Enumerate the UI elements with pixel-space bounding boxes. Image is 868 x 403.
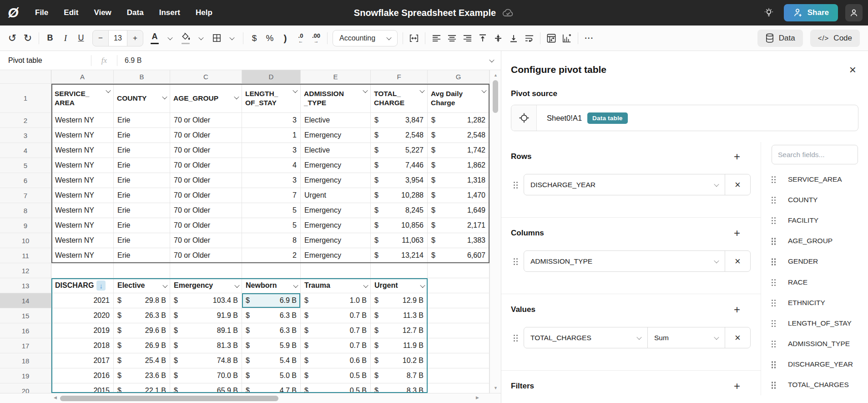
remove-values-field-button[interactable]: × xyxy=(725,327,750,348)
cell[interactable]: 2021 xyxy=(51,293,114,308)
horizontal-scrollbar[interactable]: ◀ ▶ xyxy=(0,393,501,403)
cell[interactable]: $0.7 B xyxy=(301,308,371,323)
font-size-decrease-button[interactable]: − xyxy=(93,31,108,46)
cell[interactable] xyxy=(301,263,371,278)
columns-field-select[interactable]: ADMISSION_TYPE xyxy=(524,251,725,271)
cell[interactable] xyxy=(242,263,301,278)
cell[interactable]: $89.1 B xyxy=(170,323,242,338)
vertical-align-top-button[interactable] xyxy=(475,30,490,46)
text-wrap-button[interactable] xyxy=(521,30,537,46)
close-panel-icon[interactable]: × xyxy=(849,64,856,76)
increase-decimal-button[interactable]: .00→ xyxy=(308,30,324,46)
row-header[interactable]: 19 xyxy=(0,368,51,383)
field-item-total-charges[interactable]: TOTAL_CHARGES xyxy=(772,375,858,395)
cell[interactable] xyxy=(428,338,490,353)
filter-chevron-icon[interactable] xyxy=(363,283,368,288)
field-item-facility[interactable]: FACILITY xyxy=(772,210,858,230)
cell[interactable] xyxy=(114,263,170,278)
cell[interactable]: 4 xyxy=(242,158,301,173)
filter-chevron-icon[interactable] xyxy=(106,88,111,93)
cell[interactable]: $6.3 B xyxy=(242,308,301,323)
select-range-button[interactable] xyxy=(511,105,537,131)
cell[interactable]: $103.4 B xyxy=(170,293,242,308)
cell[interactable]: Emergency xyxy=(301,158,371,173)
drag-handle-icon[interactable] xyxy=(772,176,776,183)
cell[interactable]: 1 xyxy=(242,128,301,143)
row-header[interactable]: 7 xyxy=(0,188,51,203)
cell[interactable]: $25.4 B xyxy=(114,353,170,368)
cell[interactable]: $11,063 xyxy=(371,233,428,248)
filter-chevron-icon[interactable] xyxy=(162,94,167,99)
tips-lightbulb-button[interactable] xyxy=(761,5,777,20)
cell[interactable]: Urgent xyxy=(301,188,371,203)
formula-bar-expand-chevron[interactable] xyxy=(489,57,494,62)
field-item-age-group[interactable]: AGE_GROUP xyxy=(772,231,858,251)
cell[interactable]: $12.7 B xyxy=(371,323,428,338)
cell[interactable] xyxy=(428,308,490,323)
field-item-race[interactable]: RACE xyxy=(772,272,858,292)
drag-handle-icon[interactable] xyxy=(772,320,776,327)
cell[interactable]: 70 or Older xyxy=(170,173,242,188)
row-header[interactable]: 10 xyxy=(0,233,51,248)
row-header[interactable]: 8 xyxy=(0,203,51,218)
cell[interactable]: $10,288 xyxy=(371,188,428,203)
cell-e1[interactable]: ADMISSION_TYPE xyxy=(301,84,371,113)
cell[interactable]: 7 xyxy=(242,188,301,203)
column-header-b[interactable]: B xyxy=(114,70,170,84)
app-logo-icon[interactable]: Ø xyxy=(5,5,21,20)
column-header-d[interactable]: D xyxy=(242,70,301,84)
scroll-down-arrow[interactable]: ▼ xyxy=(490,386,501,390)
filter-chevron-icon[interactable] xyxy=(420,283,425,288)
cell[interactable]: $10,856 xyxy=(371,218,428,233)
cell[interactable]: Erie xyxy=(114,188,170,203)
cell[interactable]: Western NY xyxy=(51,188,114,203)
cell[interactable]: $11.3 B xyxy=(371,308,428,323)
vertical-scroll-thumb[interactable] xyxy=(493,80,498,113)
cell[interactable]: $11.9 B xyxy=(371,338,428,353)
decrease-decimal-button[interactable]: .0← xyxy=(293,30,308,46)
cell[interactable]: 70 or Older xyxy=(170,203,242,218)
cell-a1[interactable]: SERVICE_AREA xyxy=(51,84,114,113)
redo-button[interactable]: ↻ xyxy=(20,30,35,46)
cell[interactable]: $8,245 xyxy=(371,203,428,218)
cell[interactable]: 2015 xyxy=(51,383,114,393)
column-header-c[interactable]: C xyxy=(170,70,242,84)
pivot-col-header[interactable]: Emergency xyxy=(170,278,242,293)
cell[interactable]: Erie xyxy=(114,143,170,158)
cell[interactable]: $2,548 xyxy=(428,128,490,143)
drag-handle-icon[interactable] xyxy=(772,381,776,388)
comma-format-button[interactable]: ) xyxy=(278,30,293,46)
scroll-up-arrow[interactable]: ▲ xyxy=(490,73,501,77)
pivot-col-header[interactable]: Elective xyxy=(114,278,170,293)
cell[interactable]: $6.3 B xyxy=(242,323,301,338)
column-header-e[interactable]: E xyxy=(301,70,371,84)
row-header[interactable]: 2 xyxy=(0,113,51,128)
cell[interactable]: $1,649 xyxy=(428,203,490,218)
cell[interactable]: Western NY xyxy=(51,113,114,128)
cell-g1[interactable]: Avg DailyCharge xyxy=(428,84,490,113)
cell[interactable] xyxy=(428,278,490,293)
cell[interactable]: $5.9 B xyxy=(242,338,301,353)
cell[interactable]: $5,227 xyxy=(371,143,428,158)
cell[interactable]: 70 or Older xyxy=(170,158,242,173)
cell-b1[interactable]: COUNTY xyxy=(114,84,170,113)
cell[interactable] xyxy=(428,383,490,393)
cell[interactable]: 5 xyxy=(242,203,301,218)
text-color-dropdown[interactable] xyxy=(162,30,178,46)
cell[interactable]: Erie xyxy=(114,158,170,173)
share-button[interactable]: Share xyxy=(784,4,838,21)
cell[interactable]: $22.1 B xyxy=(114,383,170,393)
cell[interactable]: $70.0 B xyxy=(170,368,242,383)
cell[interactable]: 2019 xyxy=(51,323,114,338)
cell[interactable]: $2,548 xyxy=(371,128,428,143)
name-box[interactable]: Pivot table xyxy=(0,56,91,65)
cell[interactable] xyxy=(371,263,428,278)
font-size-increase-button[interactable]: + xyxy=(127,31,143,46)
cell[interactable]: $26.9 B xyxy=(114,338,170,353)
cell[interactable] xyxy=(428,353,490,368)
remove-rows-field-button[interactable]: × xyxy=(725,174,750,195)
cell[interactable] xyxy=(428,323,490,338)
cell[interactable]: Emergency xyxy=(301,248,371,263)
cell[interactable]: Erie xyxy=(114,248,170,263)
cell[interactable]: $29.8 B xyxy=(114,293,170,308)
